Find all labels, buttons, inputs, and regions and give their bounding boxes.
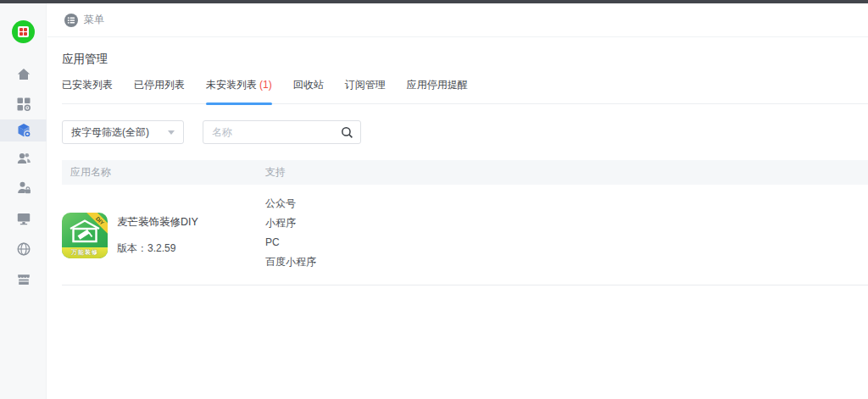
sidebar-item-modules[interactable] [0,93,47,115]
sidebar-item-website[interactable] [0,238,47,260]
tab-subscription-management[interactable]: 订阅管理 [345,78,386,103]
app-version: 版本：3.2.59 [117,241,198,256]
support-item: 小程序 [265,213,316,233]
tab-installed-list[interactable]: 已安装列表 [62,78,113,103]
app-icon[interactable]: DIY 万能装修 [62,213,108,258]
chevron-down-icon [168,130,175,135]
name-search-box [203,120,361,144]
seal-icon [18,26,29,37]
sidebar-item-user-permissions[interactable] [0,177,47,199]
modules-icon [16,97,31,112]
sidebar-item-app-store[interactable] [0,119,47,141]
sidebar-item-users[interactable] [0,147,47,169]
support-item: 公众号 [265,194,316,213]
support-item: PC [265,233,316,252]
main-content: 应用管理 已安装列表 已停用列表 未安装列表(1) 回收站 订阅管理 应用停用提… [47,38,868,399]
table-header: 应用名称 支持 [62,160,868,185]
app-store-icon [16,123,31,138]
table-row[interactable]: DIY 万能装修 麦芒装饰装修DIY 版本：3.2.59 公众号 小程序 PC … [62,185,868,285]
user-lock-icon [16,180,31,196]
tab-recycle-bin[interactable]: 回收站 [293,78,324,103]
app-texts: 麦芒装饰装修DIY 版本：3.2.59 [117,213,198,258]
tab-disabled-list[interactable]: 已停用列表 [134,78,185,103]
menu-button[interactable]: 菜单 [64,13,104,27]
letter-filter-select[interactable]: 按字母筛选(全部) [62,120,184,144]
column-header-support: 支持 [265,165,286,180]
tab-uninstalled-list[interactable]: 未安装列表(1) [206,78,272,103]
column-header-app-name: 应用名称 [62,165,265,180]
app-name: 麦芒装饰装修DIY [117,215,198,230]
globe-icon [16,241,31,257]
monitor-icon [16,211,31,226]
support-cell: 公众号 小程序 PC 百度小程序 [265,194,316,272]
storefront-icon [16,272,31,287]
page-title: 应用管理 [62,52,108,67]
tab-bar: 已安装列表 已停用列表 未安装列表(1) 回收站 订阅管理 应用停用提醒 [62,75,868,104]
sidebar-item-shop[interactable] [0,269,47,291]
sidebar-item-home[interactable] [0,64,47,86]
uninstalled-count-badge: (1) [259,79,272,91]
filter-row: 按字母筛选(全部) [62,120,361,144]
home-icon [16,67,31,82]
sidebar [0,3,47,399]
users-icon [16,151,31,166]
tab-app-disable-reminder[interactable]: 应用停用提醒 [407,78,468,103]
brand-logo[interactable] [12,20,35,43]
name-search-input[interactable] [203,121,360,143]
top-header: 菜单 [47,3,868,37]
support-item: 百度小程序 [265,252,316,272]
sidebar-item-monitor[interactable] [0,208,47,230]
icon-band-text: 万能装修 [62,247,108,258]
search-icon[interactable] [341,126,353,142]
app-cell: DIY 万能装修 麦芒装饰装修DIY 版本：3.2.59 [62,213,265,258]
menu-label: 菜单 [84,13,104,27]
screen: 菜单 应用管理 已安装列表 已停用列表 未安装列表(1) 回收站 订阅管理 应用… [0,0,868,399]
menu-list-icon [64,14,78,27]
